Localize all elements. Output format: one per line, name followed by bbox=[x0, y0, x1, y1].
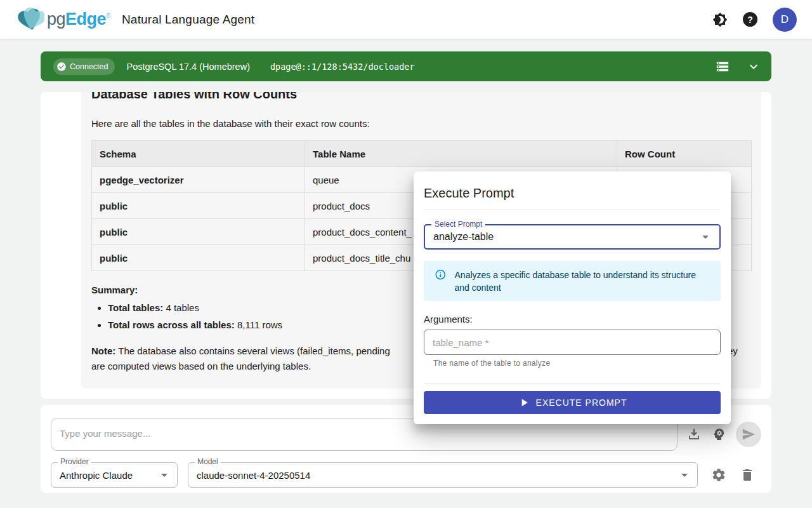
arguments-label: Arguments: bbox=[424, 314, 721, 324]
storage-list-icon bbox=[716, 60, 730, 74]
table-name-input[interactable] bbox=[424, 330, 721, 355]
pgedge-logo: pgEdge® bbox=[15, 6, 110, 33]
download-icon bbox=[686, 427, 702, 442]
pgedge-logo-icon bbox=[15, 6, 44, 33]
server-version-label: PostgreSQL 17.4 (Homebrew) bbox=[126, 62, 250, 72]
dialog-title: Execute Prompt bbox=[424, 185, 721, 201]
prompt-description-text: Analyzes a specific database table to un… bbox=[455, 268, 710, 294]
dropdown-arrow-icon bbox=[157, 467, 172, 483]
divider bbox=[424, 210, 721, 210]
chevron-down-icon bbox=[746, 59, 761, 74]
dark-mode-icon bbox=[712, 12, 728, 27]
model-select-value: claude-sonnet-4-20250514 bbox=[197, 470, 310, 481]
clear-chat-button[interactable] bbox=[740, 467, 755, 483]
divider bbox=[424, 383, 721, 384]
message-heading: Database Tables with Row Counts bbox=[91, 92, 751, 103]
table-header-row: Schema Table Name Row Count bbox=[92, 141, 752, 167]
user-avatar[interactable]: D bbox=[773, 8, 797, 32]
input-helper-text: The name of the table to analyze bbox=[433, 359, 721, 368]
send-icon bbox=[742, 427, 756, 441]
schema-cell: public bbox=[92, 193, 305, 219]
provider-select-value: Anthropic Claude bbox=[60, 470, 133, 481]
column-header-schema: Schema bbox=[92, 141, 305, 167]
prompt-select[interactable]: Select Prompt analyze-table bbox=[424, 224, 721, 250]
gear-icon bbox=[711, 467, 726, 483]
pgedge-logo-text: pgEdge® bbox=[47, 10, 110, 29]
app-header: pgEdge® Natural Language Agent ? D bbox=[0, 0, 812, 39]
trash-icon bbox=[740, 467, 755, 483]
psychology-icon bbox=[711, 427, 726, 442]
check-circle-icon bbox=[56, 62, 67, 72]
connection-list-button[interactable] bbox=[716, 60, 730, 74]
connection-status-badge: Connected bbox=[53, 58, 115, 75]
provider-select-label: Provider bbox=[58, 458, 91, 466]
prompt-description-alert: Analyzes a specific database table to un… bbox=[424, 261, 721, 301]
connection-status-label: Connected bbox=[70, 62, 108, 71]
play-icon bbox=[518, 396, 530, 409]
page-title: Natural Language Agent bbox=[122, 13, 254, 27]
connection-dsn-label: dpage@::1/128:5432/docloader bbox=[270, 62, 415, 72]
help-button[interactable]: ? bbox=[743, 12, 757, 27]
schema-cell: public bbox=[92, 219, 305, 245]
message-intro: Here are all the tables in the database … bbox=[91, 117, 751, 131]
connection-bar: Connected PostgreSQL 17.4 (Homebrew) dpa… bbox=[41, 51, 771, 81]
column-header-row-count: Row Count bbox=[617, 141, 752, 167]
schema-cell: public bbox=[92, 245, 305, 271]
execute-prompt-button[interactable]: EXECUTE PROMPT bbox=[424, 391, 721, 414]
connection-collapse-button[interactable] bbox=[746, 59, 761, 74]
send-button[interactable] bbox=[736, 422, 761, 447]
dropdown-arrow-icon bbox=[677, 467, 692, 483]
dropdown-arrow-icon bbox=[698, 229, 713, 244]
thinking-mode-button[interactable] bbox=[711, 427, 726, 442]
dark-mode-toggle[interactable] bbox=[712, 12, 728, 27]
model-select-label: Model bbox=[195, 458, 221, 466]
column-header-table-name: Table Name bbox=[305, 141, 617, 167]
prompt-select-label: Select Prompt bbox=[431, 220, 485, 229]
schema-cell: pgedge_vectorizer bbox=[92, 167, 305, 193]
download-chat-button[interactable] bbox=[686, 427, 702, 442]
settings-button[interactable] bbox=[711, 467, 726, 483]
info-icon bbox=[435, 268, 447, 281]
provider-select[interactable]: Provider Anthropic Claude bbox=[51, 462, 178, 488]
help-icon: ? bbox=[743, 12, 757, 27]
model-select[interactable]: Model claude-sonnet-4-20250514 bbox=[188, 462, 698, 488]
prompt-select-value: analyze-table bbox=[433, 231, 494, 243]
execute-prompt-dialog: Execute Prompt Select Prompt analyze-tab… bbox=[414, 171, 731, 424]
